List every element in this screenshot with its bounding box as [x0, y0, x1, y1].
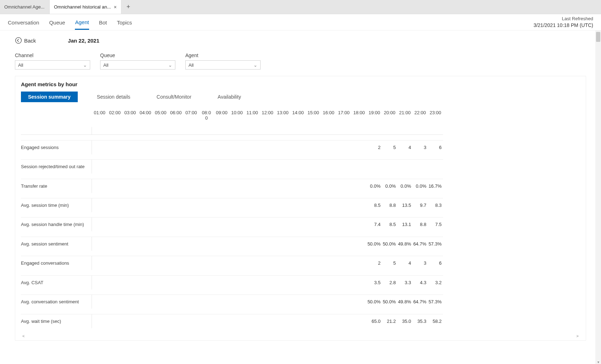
grid-cell	[321, 275, 336, 289]
card-title: Agent metrics by hour	[21, 81, 580, 87]
grid-cell	[260, 237, 275, 251]
grid-cell	[336, 217, 351, 231]
grid-column-header: 02:00	[107, 109, 122, 127]
grid-row-label: Engaged conversations	[21, 256, 92, 270]
grid-cell	[245, 198, 260, 212]
grid-cell	[275, 294, 290, 309]
nav-agent[interactable]: Agent	[75, 15, 89, 30]
vertical-scrollbar[interactable]: ▴ ▾	[595, 31, 601, 364]
channel-select[interactable]: All ⌄	[15, 60, 90, 70]
grid-cell	[214, 256, 229, 270]
grid-cell: 65.0	[367, 314, 382, 328]
scroll-thumb[interactable]	[596, 32, 600, 42]
grid-cell	[107, 294, 122, 309]
grid-cell	[321, 140, 336, 154]
grid-cell	[107, 314, 122, 328]
grid-cell	[351, 179, 367, 193]
back-button[interactable]: Back	[15, 37, 36, 44]
metrics-grid[interactable]: 01:0002:0003:0004:0005:0006:0007:0008:00…	[21, 109, 580, 333]
grid-cell	[138, 198, 153, 212]
grid-cell	[92, 256, 107, 270]
app-tab-omnichannel-agent[interactable]: Omnichannel Age...	[0, 0, 50, 14]
nav-conversation[interactable]: Conversation	[8, 15, 39, 29]
tab-session-summary[interactable]: Session summary	[21, 92, 78, 102]
grid-cell	[336, 237, 351, 251]
scroll-down-arrow-icon[interactable]: ▾	[595, 360, 601, 364]
last-refreshed: Last Refreshed 3/21/2021 10:18 PM (UTC)	[534, 16, 593, 28]
grid-cell	[245, 179, 260, 193]
agent-select[interactable]: All ⌄	[185, 60, 261, 70]
grid-cell	[306, 198, 321, 212]
grid-cell	[351, 256, 367, 270]
grid-column-header: 05:00	[153, 109, 168, 127]
filter-label: Agent	[185, 53, 261, 58]
grid-cell	[92, 140, 107, 154]
grid-cell	[168, 159, 184, 173]
grid-cell	[184, 198, 199, 212]
grid-cell: 8.8	[412, 217, 428, 231]
nav-bot[interactable]: Bot	[99, 15, 107, 29]
content-area: Back Jan 22, 2021 Channel All ⌄ Queue Al…	[0, 31, 601, 364]
filter-label: Queue	[100, 53, 175, 58]
grid-separator	[153, 127, 168, 135]
grid-cell: 7.5	[428, 217, 443, 231]
grid-cell	[428, 159, 443, 173]
grid-cell	[336, 275, 351, 289]
grid-cell	[199, 294, 214, 309]
grid-cell: 16.7%	[428, 179, 443, 193]
tab-availability[interactable]: Availability	[211, 92, 248, 102]
grid-cell	[260, 275, 275, 289]
tab-session-details[interactable]: Session details	[90, 92, 137, 102]
grid-cell	[122, 314, 138, 328]
grid-cell	[245, 294, 260, 309]
grid-cell	[229, 294, 245, 309]
grid-cell	[122, 140, 138, 154]
grid-cell	[290, 314, 306, 328]
grid-cell	[92, 237, 107, 251]
app-tab-omnichannel-historical[interactable]: Omnichannel historical an... ×	[50, 0, 121, 14]
grid-cell	[245, 314, 260, 328]
grid-cell	[122, 198, 138, 212]
grid-column-header: 19:00	[367, 109, 382, 127]
grid-cell	[260, 159, 275, 173]
grid-cell	[122, 275, 138, 289]
grid-separator	[245, 127, 260, 135]
grid-wrap: 01:0002:0003:0004:0005:0006:0007:0008:00…	[21, 109, 580, 333]
grid-cell	[260, 140, 275, 154]
filter-label: Channel	[15, 53, 90, 58]
grid-cell	[168, 275, 184, 289]
grid-separator	[336, 127, 351, 135]
grid-separator	[184, 127, 199, 135]
close-icon[interactable]: ×	[114, 4, 116, 10]
grid-cell	[321, 294, 336, 309]
grid-cell	[107, 256, 122, 270]
grid-separator	[382, 127, 397, 135]
queue-select[interactable]: All ⌄	[100, 60, 175, 70]
tab-consult-monitor[interactable]: Consult/Monitor	[149, 92, 198, 102]
grid-cell	[184, 256, 199, 270]
grid-cell	[153, 256, 168, 270]
new-tab-button[interactable]: +	[121, 0, 136, 14]
grid-cell: 64.7%	[412, 237, 428, 251]
grid-cell: 2.8	[382, 275, 397, 289]
grid-cell	[260, 198, 275, 212]
nav-queue[interactable]: Queue	[49, 15, 65, 29]
grid-separator	[107, 127, 122, 135]
grid-cell	[290, 294, 306, 309]
grid-column-header: 03:00	[122, 109, 138, 127]
grid-cell	[168, 140, 184, 154]
grid-cell: 5	[382, 256, 397, 270]
filters-row: Channel All ⌄ Queue All ⌄ Agent All ⌄	[15, 53, 586, 70]
grid-column-header: 18:00	[351, 109, 367, 127]
grid-cell: 50.0%	[367, 294, 382, 309]
grid-column-header: 07:00	[184, 109, 199, 127]
grid-cell	[275, 314, 290, 328]
grid-cell	[214, 159, 229, 173]
grid-cell: 0.0%	[397, 179, 412, 193]
selected-date: Jan 22, 2021	[68, 38, 99, 44]
grid-cell	[138, 140, 153, 154]
grid-cell	[92, 294, 107, 309]
grid-cell: 50.0%	[382, 237, 397, 251]
nav-topics[interactable]: Topics	[117, 15, 132, 29]
grid-cell: 4	[397, 256, 412, 270]
